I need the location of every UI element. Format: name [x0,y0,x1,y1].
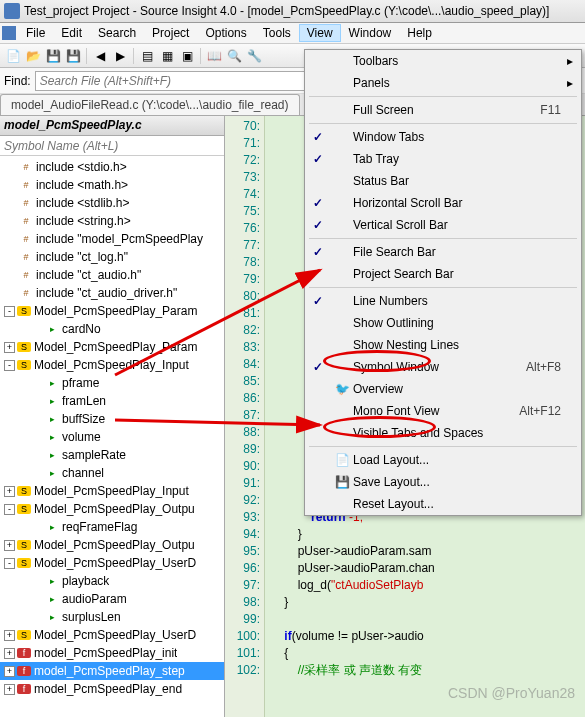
tree-item[interactable]: ▸sampleRate [0,446,224,464]
tree-item[interactable]: ▸reqFrameFlag [0,518,224,536]
file-tab[interactable]: model_AudioFileRead.c (Y:\code\...\audio… [0,94,300,115]
tree-item-label: Model_PcmSpeedPlay_Param [34,340,197,354]
tree-twist-icon[interactable]: + [4,648,15,659]
tree-item[interactable]: ▸cardNo [0,320,224,338]
tree-item[interactable]: #include <string.h> [0,212,224,230]
tree-item[interactable]: #include <stdlib.h> [0,194,224,212]
tree-twist-icon[interactable]: + [4,540,15,551]
tree-item[interactable]: +SModel_PcmSpeedPlay_Param [0,338,224,356]
fwd-button[interactable]: ▶ [111,47,129,65]
line-number: 90: [225,458,260,475]
menu-item-project-search-bar[interactable]: Project Search Bar [305,263,581,285]
member-icon: ▸ [45,396,59,406]
tb-btn-b[interactable]: ▦ [158,47,176,65]
tree-twist-icon[interactable]: + [4,684,15,695]
menu-item-save-layout-[interactable]: 💾Save Layout... [305,471,581,493]
tree-twist-icon[interactable]: + [4,666,15,677]
tree-item[interactable]: -SModel_PcmSpeedPlay_Outpu [0,500,224,518]
menu-item-visible-tabs-and-spaces[interactable]: Visible Tabs and Spaces [305,422,581,444]
line-number: 81: [225,305,260,322]
tree-item[interactable]: +SModel_PcmSpeedPlay_Outpu [0,536,224,554]
tree-item[interactable]: -SModel_PcmSpeedPlay_Input [0,356,224,374]
menu-item-horizontal-scroll-bar[interactable]: ✓Horizontal Scroll Bar [305,192,581,214]
tree-twist-icon[interactable]: + [4,486,15,497]
menu-options[interactable]: Options [197,24,254,42]
menu-tools[interactable]: Tools [255,24,299,42]
tree-item[interactable]: ▸channel [0,464,224,482]
tb-btn-d[interactable]: 📖 [205,47,223,65]
include-icon: # [19,288,33,298]
symbol-tree[interactable]: #include <stdio.h>#include <math.h>#incl… [0,156,224,717]
tree-item[interactable]: ▸framLen [0,392,224,410]
tree-item[interactable]: ▸pframe [0,374,224,392]
tree-item[interactable]: #include "model_PcmSpeedPlay [0,230,224,248]
menu-search[interactable]: Search [90,24,144,42]
menu-item-line-numbers[interactable]: ✓Line Numbers [305,290,581,312]
back-button[interactable]: ◀ [91,47,109,65]
tree-item[interactable]: +fmodel_PcmSpeedPlay_step [0,662,224,680]
tree-item[interactable]: -SModel_PcmSpeedPlay_Param [0,302,224,320]
open-button[interactable]: 📂 [24,47,42,65]
tree-twist-icon[interactable]: - [4,558,15,569]
tree-item[interactable]: +SModel_PcmSpeedPlay_Input [0,482,224,500]
tree-item[interactable]: #include "ct_audio_driver.h" [0,284,224,302]
menu-window[interactable]: Window [341,24,400,42]
tree-item[interactable]: ▸playback [0,572,224,590]
menu-item-status-bar[interactable]: Status Bar [305,170,581,192]
tb-btn-a[interactable]: ▤ [138,47,156,65]
menu-label: Status Bar [353,174,561,188]
tree-twist-icon[interactable]: + [4,342,15,353]
tree-twist-icon[interactable]: - [4,504,15,515]
line-number: 72: [225,152,260,169]
menu-item-panels[interactable]: Panels▸ [305,72,581,94]
tree-item[interactable]: +fmodel_PcmSpeedPlay_end [0,680,224,698]
tree-item-label: sampleRate [62,448,126,462]
tree-twist-icon[interactable]: - [4,360,15,371]
tb-btn-c[interactable]: ▣ [178,47,196,65]
func-icon: f [17,684,31,694]
menu-label: Project Search Bar [353,267,561,281]
tree-item[interactable]: ▸volume [0,428,224,446]
symbol-panel: model_PcmSpeedPlay.c #include <stdio.h>#… [0,116,225,717]
symbol-search-input[interactable] [0,137,224,155]
include-icon: # [19,180,33,190]
menu-item-show-nesting-lines[interactable]: Show Nesting Lines [305,334,581,356]
new-button[interactable]: 📄 [4,47,22,65]
menu-help[interactable]: Help [399,24,440,42]
system-menu-icon[interactable] [2,26,16,40]
line-number: 79: [225,271,260,288]
tree-item[interactable]: ▸audioParam [0,590,224,608]
menu-edit[interactable]: Edit [53,24,90,42]
save-button[interactable]: 💾 [44,47,62,65]
saveall-button[interactable]: 💾 [64,47,82,65]
tree-twist-icon[interactable]: - [4,306,15,317]
tree-item[interactable]: ▸buffSize [0,410,224,428]
menu-item-show-outlining[interactable]: Show Outlining [305,312,581,334]
menu-item-window-tabs[interactable]: ✓Window Tabs [305,126,581,148]
tb-btn-e[interactable]: 🔍 [225,47,243,65]
tree-item[interactable]: +SModel_PcmSpeedPlay_UserD [0,626,224,644]
menu-item-mono-font-view[interactable]: Mono Font ViewAlt+F12 [305,400,581,422]
menu-item-reset-layout-[interactable]: Reset Layout... [305,493,581,515]
menu-project[interactable]: Project [144,24,197,42]
menu-item-file-search-bar[interactable]: ✓File Search Bar [305,241,581,263]
tb-btn-f[interactable]: 🔧 [245,47,263,65]
menu-item-vertical-scroll-bar[interactable]: ✓Vertical Scroll Bar [305,214,581,236]
tree-item[interactable]: #include "ct_audio.h" [0,266,224,284]
menu-item-overview[interactable]: 🐦Overview [305,378,581,400]
tree-item[interactable]: #include <math.h> [0,176,224,194]
menu-item-toolbars[interactable]: Toolbars▸ [305,50,581,72]
menu-item-symbol-window[interactable]: ✓Symbol WindowAlt+F8 [305,356,581,378]
menu-item-full-screen[interactable]: Full ScreenF11 [305,99,581,121]
tree-item[interactable]: #include <stdio.h> [0,158,224,176]
tree-twist-icon[interactable]: + [4,630,15,641]
tree-item[interactable]: -SModel_PcmSpeedPlay_UserD [0,554,224,572]
tree-item[interactable]: ▸surplusLen [0,608,224,626]
menu-view[interactable]: View [299,24,341,42]
menu-item-tab-tray[interactable]: ✓Tab Tray [305,148,581,170]
tree-item[interactable]: +fmodel_PcmSpeedPlay_init [0,644,224,662]
member-icon: ▸ [45,432,59,442]
tree-item[interactable]: #include "ct_log.h" [0,248,224,266]
menu-file[interactable]: File [18,24,53,42]
menu-item-load-layout-[interactable]: 📄Load Layout... [305,449,581,471]
